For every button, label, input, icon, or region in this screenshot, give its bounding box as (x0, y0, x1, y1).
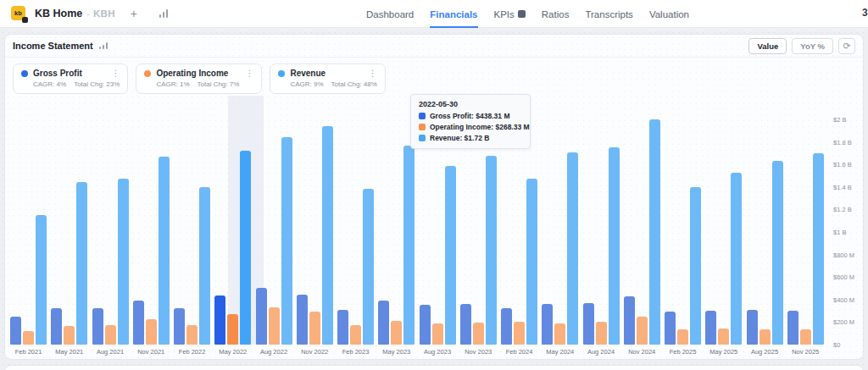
bar-operating-income[interactable] (473, 323, 484, 345)
x-tick-label: Feb 2023 (337, 348, 374, 356)
bar-revenue[interactable] (731, 173, 742, 345)
nav-tab-dashboard[interactable]: Dashboard (366, 0, 414, 28)
bar-gross-profit[interactable] (10, 317, 21, 345)
y-tick-label: $600 M (833, 273, 854, 281)
bar-gross-profit[interactable] (51, 308, 62, 345)
bar-operating-income[interactable] (23, 331, 34, 345)
refresh-icon[interactable]: ⟳ (838, 38, 855, 54)
tooltip-row-text: Gross Profit: $438.31 M (430, 112, 509, 120)
legend-card-stats: CAGR: 4%Total Chg: 23% (21, 80, 120, 88)
main-nav: DashboardFinancialsKPIsRatiosTranscripts… (366, 0, 689, 28)
bar-revenue[interactable] (118, 179, 129, 345)
bar-operating-income[interactable] (227, 314, 238, 345)
x-tick-label: Feb 2022 (174, 348, 210, 356)
chart-icon[interactable] (159, 9, 169, 18)
nav-tab-valuation[interactable]: Valuation (649, 0, 689, 28)
bar-revenue[interactable] (159, 157, 170, 345)
bar-operating-income[interactable] (391, 321, 402, 345)
ticker-separator: - (86, 8, 90, 19)
bar-gross-profit[interactable] (214, 295, 225, 345)
bar-gross-profit[interactable] (460, 304, 471, 345)
nav-tab-financials[interactable]: Financials (430, 0, 477, 28)
kebab-menu-icon[interactable]: ⋮ (233, 69, 253, 78)
bar-gross-profit[interactable] (133, 301, 144, 345)
bar-operating-income[interactable] (186, 325, 198, 345)
x-tick-label: Nov 2025 (787, 348, 824, 356)
bar-chart-icon[interactable] (99, 42, 108, 49)
top-right-number[interactable]: 3 (862, 7, 868, 19)
bar-revenue[interactable] (486, 156, 497, 345)
bar-revenue[interactable] (281, 137, 292, 345)
kebab-menu-icon[interactable]: ⋮ (99, 69, 120, 78)
bar-operating-income[interactable] (637, 317, 648, 345)
yoy-toggle-button[interactable]: YoY % (792, 38, 833, 54)
bar-operating-income[interactable] (677, 329, 688, 345)
bar-revenue[interactable] (813, 153, 824, 345)
kebab-menu-icon[interactable]: ⋮ (357, 69, 377, 78)
bar-gross-profit[interactable] (624, 296, 635, 345)
bar-gross-profit[interactable] (420, 305, 431, 345)
bar-gross-profit[interactable] (705, 311, 716, 345)
bar-operating-income[interactable] (309, 312, 320, 345)
bar-revenue[interactable] (772, 161, 783, 345)
bar-gross-profit[interactable] (92, 308, 103, 345)
bar-gross-profit[interactable] (787, 311, 798, 345)
bar-operating-income[interactable] (146, 319, 157, 345)
add-ticker-button[interactable]: + (131, 8, 137, 19)
panel-header: Income Statement Value YoY % ⟳ (5, 35, 863, 58)
value-toggle-button[interactable]: Value (748, 38, 787, 54)
bar-revenue[interactable] (363, 189, 374, 345)
y-tick-label: $1 B (833, 229, 846, 236)
bar-operating-income[interactable] (596, 322, 607, 345)
bar-revenue[interactable] (199, 187, 210, 345)
bar-gross-profit[interactable] (378, 301, 389, 345)
nav-tab-kpis[interactable]: KPIs (494, 0, 526, 28)
bar-operating-income[interactable] (554, 323, 565, 345)
bar-revenue[interactable] (76, 182, 87, 345)
bar-gross-profit[interactable] (583, 303, 594, 345)
bar-revenue[interactable] (690, 187, 701, 345)
bar-operating-income[interactable] (105, 325, 116, 345)
bar-operating-income[interactable] (350, 325, 361, 345)
bar-revenue[interactable] (36, 215, 47, 345)
bar-revenue[interactable] (609, 147, 620, 345)
bar-revenue[interactable] (567, 152, 578, 345)
nav-tab-ratios[interactable]: Ratios (542, 0, 570, 28)
tooltip-color-swatch (419, 135, 426, 141)
bar-revenue[interactable] (403, 146, 415, 345)
bar-operating-income[interactable] (432, 323, 443, 345)
bar-gross-profit[interactable] (542, 304, 553, 345)
bar-revenue[interactable] (322, 126, 333, 345)
bar-operating-income[interactable] (514, 322, 525, 345)
bar-group-may-2021 (51, 94, 87, 345)
bar-revenue[interactable] (649, 119, 660, 345)
bar-gross-profit[interactable] (297, 295, 308, 345)
series-name: Gross Profit (33, 69, 82, 78)
bar-gross-profit[interactable] (256, 288, 267, 345)
bar-gross-profit[interactable] (337, 310, 348, 345)
legend-card-revenue[interactable]: Revenue⋮CAGR: 9%Total Chg: 48% (270, 64, 385, 94)
income-statement-panel: Income Statement Value YoY % ⟳ Gross Pro… (4, 34, 864, 360)
bar-gross-profit[interactable] (501, 308, 512, 345)
nav-tab-transcripts[interactable]: Transcripts (585, 0, 632, 28)
bar-operating-income[interactable] (800, 329, 811, 345)
legend-card-gross-profit[interactable]: Gross Profit⋮CAGR: 4%Total Chg: 23% (13, 64, 128, 94)
bar-gross-profit[interactable] (174, 308, 185, 345)
bar-operating-income[interactable] (760, 329, 771, 345)
x-tick-label: Nov 2022 (297, 348, 333, 356)
bar-operating-income[interactable] (269, 307, 280, 345)
bar-gross-profit[interactable] (665, 312, 676, 345)
bar-revenue[interactable] (240, 151, 251, 345)
bar-revenue[interactable] (526, 179, 537, 345)
company-logo[interactable]: kb (11, 6, 27, 22)
bar-operating-income[interactable] (718, 329, 729, 345)
bar-group-aug-2021 (92, 94, 129, 345)
bar-operating-income[interactable] (64, 326, 75, 345)
y-tick-label: $1.8 B (833, 139, 852, 146)
bar-revenue[interactable] (445, 166, 456, 345)
next-panel-sliver (4, 365, 864, 370)
x-tick-label: May 2022 (214, 348, 251, 356)
bar-gross-profit[interactable] (747, 310, 758, 345)
legend-card-operating-income[interactable]: Operating Income⋮CAGR: 1%Total Chg: 7% (136, 64, 262, 94)
bar-group-aug-2025 (747, 94, 783, 345)
